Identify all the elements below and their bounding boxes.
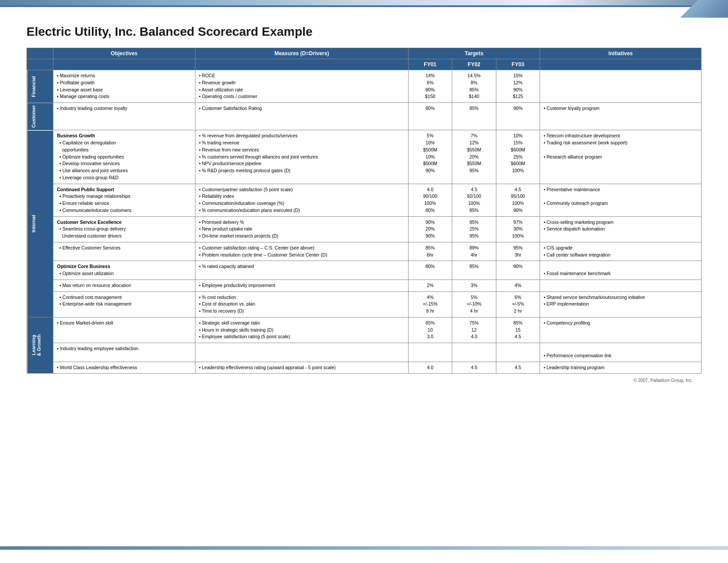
customer-fy03: 90% [496,103,540,130]
learning-fy03-3: 4.5 [496,362,540,374]
internal-mr-row: • Max return on resource allocation • Em… [27,280,702,291]
internal-ocb-fy03: 90% [496,261,540,280]
internal-ecs-fy03: 95%3hr [496,242,540,261]
internal-business-growth-row: Internal Business Growth • Capitalize on… [27,130,702,184]
learning-obj2: • Industry leading employee satisfaction [53,343,195,362]
learning-obj3: • World Class Leadership effectiveness [53,362,195,374]
customer-fy01: 80% [408,103,452,130]
financial-initiatives [540,70,702,103]
learning-fy01-1: 65%103.0 [408,317,452,343]
customer-objectives: • Industry leading customer loyalty [53,103,195,130]
fy01-header: FY01 [408,59,452,70]
measures-header: Measures (D=Drivers) [195,48,408,59]
learning-row3: • World Class Leadership effectiveness •… [27,362,702,374]
internal-bg-fy01: 5%10%$500M10%$500M90% [408,130,452,184]
internal-bg-initiatives: • Telecom infrastructure development • T… [540,130,702,184]
targets-header: Targets [408,48,540,59]
fy-header-row: FY01 FY02 FY03 [27,59,702,70]
internal-mr-measures: • Employee productivity improvement [195,280,408,291]
learning-fy02-1: 75%124.0 [452,317,496,343]
learning-meas1: • Strategic skill coverage ratio • Hours… [195,317,408,343]
financial-row: Financial • Maximize returns • Profitabl… [27,70,702,103]
initiatives-header: Initiatives [540,48,702,59]
learning-fy03-2 [496,343,540,362]
financial-fy01: 14%6%80%$150 [408,70,452,103]
learning-fy03-1: 85%154.5 [496,317,540,343]
internal-ocb-fy02: 85% [452,261,496,280]
internal-mr-objectives: • Max return on resource allocation [53,280,195,291]
internal-cm-objectives: • Continued cost management • Enterprise… [53,291,195,317]
learning-fy02-3: 4.5 [452,362,496,374]
financial-fy03: 15%12%90%$125 [496,70,540,103]
internal-ecs-fy01: 85%6hr [408,242,452,261]
internal-cm-fy02: 5%+/-10%4 hr [452,291,496,317]
financial-fy02: 14.5%8%85%$140 [452,70,496,103]
internal-ecs-initiatives: • CIS upgrade • Call center software int… [540,242,702,261]
learning-meas2 [195,343,408,362]
internal-label: Internal [27,130,53,317]
customer-label: Customer [27,103,53,130]
customer-row: Customer • Industry leading customer loy… [27,103,702,130]
page-title: Electric Utility, Inc. Balanced Scorecar… [26,25,702,39]
internal-cse-fy02: 95%25%95% [452,216,496,242]
internal-ecs-objectives: • Effective Customer Services [53,242,195,261]
internal-bg-measures: • % revenue from deregulated products/se… [195,130,408,184]
internal-cm-fy01: 4%+/-15%8 hr [408,291,452,317]
decorative-top-right [657,0,728,22]
internal-cm-measures: • % cost reduction • Cost of disruption … [195,291,408,317]
internal-cse-row: Customer Service Excellence • Seamless c… [27,216,702,242]
internal-cse-fy03: 97%30%100% [496,216,540,242]
learning-fy01-3: 4.0 [408,362,452,374]
internal-ocb-fy01: 80% [408,261,452,280]
internal-cm-fy03: 6%+/-5%2 hr [496,291,540,317]
internal-mr-fy03: 4% [496,280,540,291]
internal-ecs-row: • Effective Customer Services • Customer… [27,242,702,261]
internal-ecs-fy02: 89%4hr [452,242,496,261]
internal-cse-fy01: 90%20%90% [408,216,452,242]
internal-cps-fy03: 4.595/100100%90% [496,184,540,216]
accent-bar [0,5,728,7]
objectives-header: Objectives [53,48,195,59]
internal-cps-initiatives: • Preventative maintenance • Community o… [540,184,702,216]
learning-init2: • Performance compensation link [540,343,702,362]
learning-fy01-2 [408,343,452,362]
learning-row1: Learning& Growth • Ensure Market-driven … [27,317,702,343]
internal-mr-fy02: 3% [452,280,496,291]
internal-ocb-row: Optimize Core Business • Optimize asset … [27,261,702,280]
internal-cse-objectives: Customer Service Excellence • Seamless c… [53,216,195,242]
customer-fy02: 85% [452,103,496,130]
empty-fy-cell [27,59,53,70]
financial-objectives: • Maximize returns • Profitable growth •… [53,70,195,103]
internal-ocb-objectives: Optimize Core Business • Optimize asset … [53,261,195,280]
internal-bg-fy03: 10%15%$600M25%$600M100% [496,130,540,184]
internal-cps-measures: • Customer/partner satisfaction (5 point… [195,184,408,216]
internal-ecs-measures: • Customer satisfaction rating – C.S. Ce… [195,242,408,261]
learning-obj1: • Ensure Market-driven skill [53,317,195,343]
learning-init3: • Leadership training program [540,362,702,374]
internal-cps-row: Continued Public Support • Proactively m… [27,184,702,216]
learning-row2: • Industry leading employee satisfaction… [27,343,702,362]
internal-cse-measures: • Promised delivery % • New product upta… [195,216,408,242]
fy02-header: FY02 [452,59,496,70]
internal-ocb-measures: • % rated capacity attained [195,261,408,280]
financial-label: Financial [27,70,53,103]
internal-cm-initiatives: • Shared service benchmark/outsourcing i… [540,291,702,317]
scorecard-table: Objectives Measures (D=Drivers) Targets … [26,48,702,374]
internal-mr-fy01: 2% [408,280,452,291]
financial-measures: • ROCE • Revenue growth • Asset utilizat… [195,70,408,103]
internal-ocb-initiatives: • Fossil maintenance benchmark [540,261,702,280]
bottom-decorative-bar [0,546,728,550]
learning-fy02-2 [452,343,496,362]
internal-cps-fy01: 4.090/100100%80% [408,184,452,216]
copyright-text: © 2007, Palladium Group, Inc. [26,378,702,383]
learning-meas3: • Leadership effectiveness rating (upwar… [195,362,408,374]
table-header-row: Objectives Measures (D=Drivers) Targets … [27,48,702,59]
internal-cps-objectives: Continued Public Support • Proactively m… [53,184,195,216]
internal-cm-row: • Continued cost management • Enterprise… [27,291,702,317]
empty-header-cell [27,48,53,59]
top-decorative-bar [0,0,728,5]
fy03-header: FY03 [496,59,540,70]
customer-initiatives: • Customer loyalty program [540,103,702,130]
internal-bg-fy02: 7%12%$550M20%$550M95% [452,130,496,184]
customer-measures: • Customer Satisfaction Rating [195,103,408,130]
